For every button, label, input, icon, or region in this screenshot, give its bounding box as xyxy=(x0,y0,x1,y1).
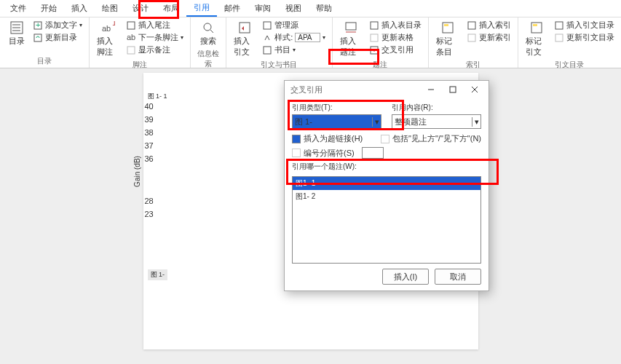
maximize-button[interactable] xyxy=(442,82,464,98)
ytick: 40 xyxy=(145,102,154,115)
insert-toa-button[interactable]: 插入引文目录 xyxy=(552,19,617,31)
group-search-label: 信息检索 xyxy=(195,48,221,69)
svg-text:1: 1 xyxy=(112,21,115,27)
next-footnote-icon: ab xyxy=(126,33,136,43)
svg-rect-29 xyxy=(555,34,563,41)
cross-reference-button[interactable]: 交叉引用 xyxy=(367,44,424,56)
mark-entry-icon xyxy=(440,20,455,35)
style-label: 样式: xyxy=(274,32,293,43)
svg-rect-9 xyxy=(127,22,135,29)
menu-help[interactable]: 帮助 xyxy=(309,0,339,17)
style-dropdown[interactable]: 样式: APA▾ xyxy=(260,31,327,44)
svg-rect-17 xyxy=(346,23,356,30)
insert-footnote-button[interactable]: ab1 插入脚注 xyxy=(94,19,122,59)
type-label: 引用类型(T): xyxy=(292,103,381,113)
svg-rect-16 xyxy=(264,47,271,54)
insert-button[interactable]: 插入(I) xyxy=(382,269,429,285)
menu-file[interactable]: 文件 xyxy=(3,0,33,17)
list-item[interactable]: 图1- 2 xyxy=(293,190,480,203)
svg-rect-31 xyxy=(450,87,456,92)
manage-sources-button[interactable]: 管理源 xyxy=(260,19,327,31)
manage-icon xyxy=(262,20,272,31)
type-combo[interactable]: 图 1-▾ xyxy=(292,114,381,129)
caption-icon xyxy=(344,20,358,35)
mark-citation-icon xyxy=(529,20,544,35)
group-index: 标记条目 插入索引 更新索引 索引 xyxy=(429,17,518,68)
toc-icon xyxy=(9,20,24,35)
biblio-label: 书目 xyxy=(274,44,290,55)
dialog-title: 交叉引用 xyxy=(288,84,420,95)
menu-mailings[interactable]: 邮件 xyxy=(217,0,248,17)
cancel-button[interactable]: 取消 xyxy=(435,269,481,285)
menu-bar: 文件 开始 插入 绘图 设计 布局 引用 邮件 审阅 视图 帮助 xyxy=(0,0,621,17)
menu-draw[interactable]: 绘图 xyxy=(95,0,125,17)
menu-layout[interactable]: 布局 xyxy=(156,0,186,17)
svg-rect-15 xyxy=(264,22,271,29)
menu-design[interactable]: 设计 xyxy=(125,0,156,17)
search-button[interactable]: 搜索 xyxy=(196,19,221,48)
menu-review[interactable]: 审阅 xyxy=(248,0,278,17)
hyperlink-label: 插入为超链接(H) xyxy=(304,133,363,144)
update-toa-icon xyxy=(554,33,564,43)
mark-entry-button[interactable]: 标记条目 xyxy=(433,19,463,59)
list-item[interactable]: 图1- 1 xyxy=(293,177,480,190)
mark-citation-button[interactable]: 标记引文 xyxy=(523,19,550,59)
update-toc-button[interactable]: 更新目录 xyxy=(31,31,84,44)
cross-ref-icon xyxy=(369,45,379,55)
include-checkbox xyxy=(381,135,389,143)
svg-rect-6 xyxy=(34,34,41,41)
dialog-titlebar: 交叉引用 xyxy=(285,81,489,98)
caption-listbox[interactable]: 图1- 1 图1- 2 xyxy=(292,176,481,264)
svg-rect-24 xyxy=(468,22,475,29)
add-text-button[interactable]: +添加文字 ▾ xyxy=(31,19,84,31)
group-toc-label: 目录 xyxy=(37,55,52,66)
next-footnote-button[interactable]: ab下一条脚注 ▾ xyxy=(124,31,186,44)
caption-label: 插入题注 xyxy=(340,36,363,58)
ribbon: 目录 +添加文字 ▾ 更新目录 目录 ab1 插入脚注 插入尾注 ab下一条脚注… xyxy=(0,17,621,68)
menu-insert[interactable]: 插入 xyxy=(64,0,95,17)
update-index-icon xyxy=(467,33,477,43)
update-table-button: 更新表格 xyxy=(367,31,424,44)
toc-button[interactable]: 目录 xyxy=(4,19,29,48)
menu-references[interactable]: 引用 xyxy=(186,0,217,17)
minimize-button[interactable] xyxy=(420,82,442,98)
show-notes-button: 显示备注 xyxy=(124,44,186,56)
insert-index-button[interactable]: 插入索引 xyxy=(464,19,513,31)
update-toa-button: 更新引文目录 xyxy=(552,31,617,44)
ytick: 37 xyxy=(145,141,154,154)
group-citation: 插入引文 管理源 样式: APA▾ 书目 ▾ 引文与书目 xyxy=(226,17,332,68)
menu-home[interactable]: 开始 xyxy=(33,0,64,17)
content-value: 整项题注 xyxy=(392,116,427,127)
biblio-icon xyxy=(262,45,272,55)
endnote-icon xyxy=(126,20,136,31)
insert-table-figures-button[interactable]: 插入表目录 xyxy=(367,19,424,31)
show-notes-label: 显示备注 xyxy=(138,44,170,55)
footnote-label: 插入脚注 xyxy=(97,36,119,58)
update-toc-label: 更新目录 xyxy=(45,32,77,43)
insert-caption-button[interactable]: 插入题注 xyxy=(337,19,366,59)
include-label: 包括"见上方"/"见下方"(N) xyxy=(392,133,481,144)
hyperlink-checkbox[interactable] xyxy=(292,135,301,143)
endnote-label: 插入尾注 xyxy=(138,20,170,31)
style-value: APA xyxy=(295,33,320,42)
menu-view[interactable]: 视图 xyxy=(278,0,309,17)
chevron-down-icon: ▾ xyxy=(372,117,379,127)
content-combo[interactable]: 整项题注▾ xyxy=(392,114,481,129)
insert-endnote-button[interactable]: 插入尾注 xyxy=(124,19,186,31)
citation-icon xyxy=(237,20,252,35)
cross-reference-dialog: 交叉引用 引用类型(T): 图 1-▾ 引用内容(R): 整项题注▾ 插入为超链… xyxy=(284,80,489,291)
tof-icon xyxy=(369,20,379,31)
cross-ref-label: 交叉引用 xyxy=(381,44,414,55)
toc-label: 目录 xyxy=(9,36,25,47)
svg-rect-19 xyxy=(371,22,378,29)
next-footnote-label: 下一条脚注 xyxy=(138,32,178,43)
group-caption: 插入题注 插入表目录 更新表格 交叉引用 题注 xyxy=(333,17,430,68)
dialog-body: 引用类型(T): 图 1-▾ 引用内容(R): 整项题注▾ 插入为超链接(H) … xyxy=(285,98,489,266)
svg-text:ab: ab xyxy=(127,33,135,41)
bibliography-button[interactable]: 书目 ▾ xyxy=(260,44,327,56)
show-notes-icon xyxy=(126,45,136,55)
close-button[interactable] xyxy=(464,82,486,98)
search-icon xyxy=(201,20,215,35)
insert-citation-button[interactable]: 插入引文 xyxy=(231,19,258,59)
separator-input xyxy=(362,147,384,159)
